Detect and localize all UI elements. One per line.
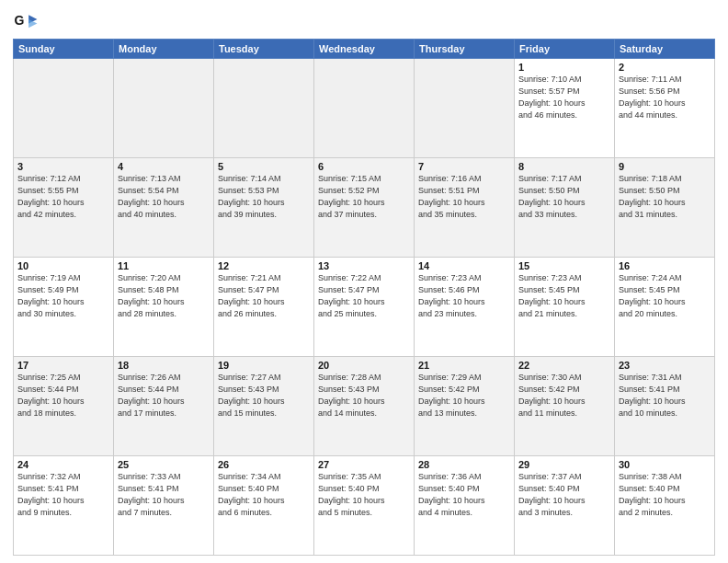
day-info: Sunrise: 7:23 AM Sunset: 5:46 PM Dayligh… [418,272,510,320]
day-number: 18 [118,360,210,371]
day-info: Sunrise: 7:21 AM Sunset: 5:47 PM Dayligh… [218,272,310,320]
day-number: 16 [619,260,711,271]
day-number: 23 [619,360,711,371]
day-info: Sunrise: 7:35 AM Sunset: 5:40 PM Dayligh… [318,471,410,519]
calendar-cell: 21Sunrise: 7:29 AM Sunset: 5:42 PM Dayli… [415,357,515,456]
day-number: 30 [619,459,711,470]
calendar-header-thursday: Thursday [415,40,515,59]
day-number: 6 [318,161,410,172]
calendar-cell: 24Sunrise: 7:32 AM Sunset: 5:41 PM Dayli… [14,456,114,556]
calendar-cell: 9Sunrise: 7:18 AM Sunset: 5:50 PM Daylig… [615,158,715,258]
day-number: 13 [318,260,410,271]
day-number: 8 [518,161,610,172]
day-info: Sunrise: 7:15 AM Sunset: 5:52 PM Dayligh… [318,173,410,221]
day-info: Sunrise: 7:34 AM Sunset: 5:40 PM Dayligh… [218,471,310,519]
calendar-cell: 18Sunrise: 7:26 AM Sunset: 5:44 PM Dayli… [114,357,214,456]
svg-text:G: G [15,13,25,28]
calendar-cell: 23Sunrise: 7:31 AM Sunset: 5:41 PM Dayli… [615,357,715,456]
calendar-header-wednesday: Wednesday [314,40,415,59]
calendar-header-row: SundayMondayTuesdayWednesdayThursdayFrid… [14,40,715,59]
calendar-cell: 28Sunrise: 7:36 AM Sunset: 5:40 PM Dayli… [415,456,515,556]
day-number: 15 [518,260,610,271]
calendar-cell [214,59,314,158]
calendar-cell: 8Sunrise: 7:17 AM Sunset: 5:50 PM Daylig… [515,158,615,258]
calendar-cell: 15Sunrise: 7:23 AM Sunset: 5:45 PM Dayli… [515,258,615,357]
day-info: Sunrise: 7:27 AM Sunset: 5:43 PM Dayligh… [218,372,310,419]
day-number: 5 [218,161,310,172]
day-info: Sunrise: 7:36 AM Sunset: 5:40 PM Dayligh… [418,471,510,519]
calendar-cell [415,59,515,158]
calendar-cell: 6Sunrise: 7:15 AM Sunset: 5:52 PM Daylig… [314,158,415,258]
calendar-week-row: 17Sunrise: 7:25 AM Sunset: 5:44 PM Dayli… [14,357,715,456]
day-info: Sunrise: 7:29 AM Sunset: 5:42 PM Dayligh… [418,372,510,419]
day-info: Sunrise: 7:20 AM Sunset: 5:48 PM Dayligh… [118,272,210,320]
calendar-cell: 7Sunrise: 7:16 AM Sunset: 5:51 PM Daylig… [415,158,515,258]
day-number: 9 [619,161,711,172]
calendar-cell: 2Sunrise: 7:11 AM Sunset: 5:56 PM Daylig… [615,59,715,158]
logo: G [13,9,42,35]
calendar-header-monday: Monday [114,40,214,59]
calendar-cell: 16Sunrise: 7:24 AM Sunset: 5:45 PM Dayli… [615,258,715,357]
calendar-cell [314,59,415,158]
day-number: 24 [17,459,109,470]
calendar-week-row: 3Sunrise: 7:12 AM Sunset: 5:55 PM Daylig… [14,158,715,258]
day-number: 29 [518,459,610,470]
day-number: 20 [318,360,410,371]
header: G [13,9,715,35]
calendar-cell: 10Sunrise: 7:19 AM Sunset: 5:49 PM Dayli… [14,258,114,357]
calendar-cell [114,59,214,158]
calendar-cell: 1Sunrise: 7:10 AM Sunset: 5:57 PM Daylig… [515,59,615,158]
calendar-cell: 14Sunrise: 7:23 AM Sunset: 5:46 PM Dayli… [415,258,515,357]
day-info: Sunrise: 7:30 AM Sunset: 5:42 PM Dayligh… [518,372,610,419]
calendar-week-row: 10Sunrise: 7:19 AM Sunset: 5:49 PM Dayli… [14,258,715,357]
calendar-cell: 5Sunrise: 7:14 AM Sunset: 5:53 PM Daylig… [214,158,314,258]
calendar-cell: 4Sunrise: 7:13 AM Sunset: 5:54 PM Daylig… [114,158,214,258]
calendar-header-friday: Friday [515,40,615,59]
day-info: Sunrise: 7:28 AM Sunset: 5:43 PM Dayligh… [318,372,410,419]
day-number: 28 [418,459,510,470]
day-number: 3 [17,161,109,172]
calendar-cell: 29Sunrise: 7:37 AM Sunset: 5:40 PM Dayli… [515,456,615,556]
day-number: 17 [17,360,109,371]
calendar-week-row: 1Sunrise: 7:10 AM Sunset: 5:57 PM Daylig… [14,59,715,158]
calendar-cell: 22Sunrise: 7:30 AM Sunset: 5:42 PM Dayli… [515,357,615,456]
calendar-cell [14,59,114,158]
calendar-cell: 20Sunrise: 7:28 AM Sunset: 5:43 PM Dayli… [314,357,415,456]
day-info: Sunrise: 7:16 AM Sunset: 5:51 PM Dayligh… [418,173,510,221]
day-number: 10 [17,260,109,271]
calendar-cell: 19Sunrise: 7:27 AM Sunset: 5:43 PM Dayli… [214,357,314,456]
calendar-cell: 17Sunrise: 7:25 AM Sunset: 5:44 PM Dayli… [14,357,114,456]
day-number: 22 [518,360,610,371]
day-info: Sunrise: 7:17 AM Sunset: 5:50 PM Dayligh… [518,173,610,221]
day-info: Sunrise: 7:10 AM Sunset: 5:57 PM Dayligh… [518,74,610,121]
day-info: Sunrise: 7:32 AM Sunset: 5:41 PM Dayligh… [17,471,109,519]
calendar-cell: 3Sunrise: 7:12 AM Sunset: 5:55 PM Daylig… [14,158,114,258]
calendar-cell: 30Sunrise: 7:38 AM Sunset: 5:40 PM Dayli… [615,456,715,556]
calendar-cell: 12Sunrise: 7:21 AM Sunset: 5:47 PM Dayli… [214,258,314,357]
calendar-cell: 11Sunrise: 7:20 AM Sunset: 5:48 PM Dayli… [114,258,214,357]
calendar-header-sunday: Sunday [14,40,114,59]
day-info: Sunrise: 7:33 AM Sunset: 5:41 PM Dayligh… [118,471,210,519]
day-number: 11 [118,260,210,271]
day-info: Sunrise: 7:11 AM Sunset: 5:56 PM Dayligh… [619,74,711,121]
day-number: 19 [218,360,310,371]
day-number: 12 [218,260,310,271]
day-number: 4 [118,161,210,172]
calendar-cell: 27Sunrise: 7:35 AM Sunset: 5:40 PM Dayli… [314,456,415,556]
day-number: 1 [518,62,610,73]
calendar-week-row: 24Sunrise: 7:32 AM Sunset: 5:41 PM Dayli… [14,456,715,556]
day-number: 21 [418,360,510,371]
day-info: Sunrise: 7:14 AM Sunset: 5:53 PM Dayligh… [218,173,310,221]
calendar-cell: 13Sunrise: 7:22 AM Sunset: 5:47 PM Dayli… [314,258,415,357]
day-info: Sunrise: 7:24 AM Sunset: 5:45 PM Dayligh… [619,272,711,320]
day-info: Sunrise: 7:13 AM Sunset: 5:54 PM Dayligh… [118,173,210,221]
day-info: Sunrise: 7:31 AM Sunset: 5:41 PM Dayligh… [619,372,711,419]
day-number: 14 [418,260,510,271]
day-info: Sunrise: 7:37 AM Sunset: 5:40 PM Dayligh… [518,471,610,519]
day-info: Sunrise: 7:25 AM Sunset: 5:44 PM Dayligh… [17,372,109,419]
page: G SundayMondayTuesdayWednesdayThursdayFr… [0,0,728,563]
logo-icon: G [13,9,39,35]
day-number: 26 [218,459,310,470]
calendar-cell: 25Sunrise: 7:33 AM Sunset: 5:41 PM Dayli… [114,456,214,556]
day-info: Sunrise: 7:12 AM Sunset: 5:55 PM Dayligh… [17,173,109,221]
